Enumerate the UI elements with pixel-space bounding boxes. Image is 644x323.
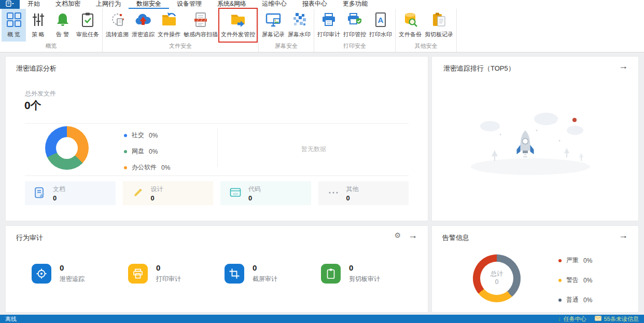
ribbon-item-label: 打印水印 <box>369 31 392 38</box>
ribbon-item-print-control[interactable]: 打印管控 <box>342 9 368 42</box>
stat-leak-trace[interactable]: 0 泄密追踪 <box>32 263 128 284</box>
no-data-text: 暂无数据 <box>217 145 410 154</box>
task-center-button[interactable]: ↓ 任务中心 <box>558 315 586 323</box>
file-type-cards: 文档 0 设计 0 </> 代码 0 <box>25 181 409 205</box>
card-documents[interactable]: 文档 0 <box>25 181 116 205</box>
ribbon-group-screen-security: 屏幕记录 屏幕水印 屏幕安全 <box>259 9 314 52</box>
alert-total-label: 总计 <box>473 270 521 278</box>
ribbon-item-overview[interactable]: 概 览 <box>2 9 26 42</box>
menu-item-more[interactable]: 更多功能 <box>335 0 375 9</box>
ribbon-item-sensitive-scan[interactable]: 敏感内容扫描 <box>182 9 219 42</box>
menu-item-device-mgmt[interactable]: 设备管理 <box>169 0 209 9</box>
folder-export-icon <box>229 10 247 29</box>
sliders-icon <box>31 10 46 29</box>
document-scan-icon <box>193 10 208 29</box>
mosaic-icon <box>291 10 307 29</box>
ribbon-item-file-backup[interactable]: 文件备份 <box>397 9 423 42</box>
panel-leak-trace-ranking: 泄密追踪排行（TOP5） → <box>431 56 639 221</box>
menu-item-system-network[interactable]: 系统&网络 <box>209 0 254 9</box>
menu-item-web-behavior[interactable]: 上网行为 <box>88 0 129 9</box>
ribbon-item-file-ops[interactable]: 文件操作 <box>156 9 182 42</box>
arrow-right-icon[interactable]: → <box>408 231 417 240</box>
monitor-record-icon <box>265 10 282 29</box>
ribbon-item-print-watermark[interactable]: A 打印水印 <box>368 9 394 42</box>
legend-dot <box>124 150 127 153</box>
card-value: 0 <box>346 194 359 202</box>
audit-stats-row: 0 泄密追踪 0 打印审计 0 截屏审计 <box>32 263 417 284</box>
alert-legend: 严重 0% 警告 0% 普通 0% <box>558 256 592 304</box>
ribbon-group-print-security: 打印审计 打印管控 A 打印水印 打印安全 <box>314 9 396 52</box>
clipboard-check-icon <box>80 10 95 29</box>
download-icon: ↓ <box>558 315 561 322</box>
printer-icon <box>321 10 337 29</box>
divider <box>25 123 409 124</box>
ribbon-item-label: 策 略 <box>32 31 45 38</box>
card-code[interactable]: </> 代码 0 <box>220 181 311 205</box>
legend-item-warning: 警告 0% <box>558 276 592 285</box>
ribbon-item-clipboard-record[interactable]: 剪切板记录 <box>423 9 455 42</box>
ribbon-item-print-audit[interactable]: 打印审计 <box>316 9 342 42</box>
card-design[interactable]: 设计 0 <box>123 181 214 205</box>
svg-text:A: A <box>378 16 384 24</box>
card-value: 0 <box>248 194 261 202</box>
stat-label: 剪切板审计 <box>349 275 380 284</box>
stat-value: 0 <box>156 263 181 272</box>
app-logo-icon <box>6 1 15 8</box>
ribbon-item-label: 屏幕水印 <box>288 31 311 38</box>
ribbon-item-file-export-control[interactable]: 文件外发管控 <box>219 9 257 42</box>
ribbon-item-screen-watermark[interactable]: 屏幕水印 <box>286 9 312 42</box>
ribbon-item-approval-tasks[interactable]: 审批任务 <box>75 9 101 42</box>
clipboard-icon <box>321 264 341 284</box>
arrow-right-icon[interactable]: → <box>619 61 628 71</box>
stat-screenshot-audit[interactable]: 0 截屏审计 <box>225 263 321 284</box>
ribbon-item-flow-trace[interactable]: 流转追溯 <box>104 9 130 42</box>
ribbon-item-screen-record[interactable]: 屏幕记录 <box>260 9 286 42</box>
menu-item-report-center[interactable]: 报表中心 <box>295 0 335 9</box>
alert-donut-center: 总计 0 <box>473 270 521 286</box>
document-a-icon: A <box>373 10 388 29</box>
task-center-label: 任务中心 <box>564 315 586 323</box>
unread-messages-button[interactable]: 55条未读信息 <box>595 315 639 323</box>
stat-value: 0 <box>253 263 277 272</box>
arrow-right-icon[interactable]: → <box>619 231 628 240</box>
menu-item-start[interactable]: 开始 <box>20 0 48 9</box>
ribbon-item-alerts[interactable]: 告 警 <box>50 9 75 42</box>
folder-return-icon <box>161 10 177 29</box>
stat-clipboard-audit[interactable]: 0 剪切板审计 <box>321 263 417 284</box>
legend-label: 普通 <box>566 295 579 304</box>
ribbon-item-label: 告 警 <box>56 31 69 38</box>
ribbon-item-label: 文件备份 <box>399 31 422 38</box>
menu-item-ops-center[interactable]: 运维中心 <box>254 0 295 9</box>
legend-label: 网盘 <box>132 147 144 156</box>
ribbon-item-label: 文件外发管控 <box>221 31 255 38</box>
stat-label: 打印审计 <box>156 275 181 284</box>
total-outgoing-files-label: 总外发文件 <box>25 89 56 98</box>
panel-title: 泄密追踪排行（TOP5） <box>443 64 515 73</box>
panel-title: 告警信息 <box>442 233 469 243</box>
stat-print-audit[interactable]: 0 打印审计 <box>128 263 225 284</box>
legend-value: 0% <box>149 148 158 155</box>
menu-item-data-security[interactable]: 数据安全 <box>129 0 169 9</box>
ribbon-item-policy[interactable]: 策 略 <box>26 9 50 42</box>
ribbon-item-label: 打印管控 <box>343 31 366 38</box>
ribbon-item-leak-trace[interactable]: 泄密追踪 <box>130 9 156 42</box>
ribbon-group-label: 其他安全 <box>397 42 455 52</box>
menu-item-doc-encrypt[interactable]: 文档加密 <box>48 0 88 9</box>
outgoing-channel-donut-chart <box>45 126 89 170</box>
legend-dot <box>558 299 562 302</box>
app-menu-button[interactable] <box>0 0 20 9</box>
ribbon-group-overview: 概 览 策 略 告 警 审批任务 概览 <box>0 9 103 52</box>
ribbon-item-label: 泄密追踪 <box>132 31 155 38</box>
unread-messages-label: 55条未读信息 <box>604 315 639 323</box>
gear-icon[interactable]: ⚙ <box>394 232 401 239</box>
legend-item-office: 办公软件 0% <box>124 163 170 172</box>
ribbon-group-label: 文件安全 <box>104 42 257 52</box>
svg-text:</>: </> <box>233 192 238 195</box>
panel-title: 行为审计 <box>16 233 43 243</box>
printer-icon <box>128 264 148 284</box>
stat-label: 截屏审计 <box>253 275 277 284</box>
legend-item-netdisk: 网盘 0% <box>124 147 170 156</box>
card-other[interactable]: 其他 0 <box>318 181 409 205</box>
card-value: 0 <box>53 194 65 202</box>
database-search-icon <box>402 10 418 29</box>
